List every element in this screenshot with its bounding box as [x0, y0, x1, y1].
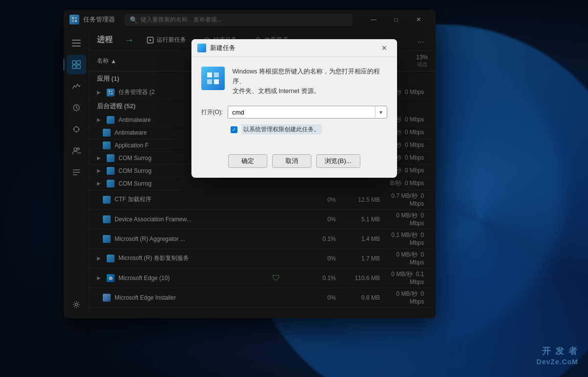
svg-rect-32 — [207, 72, 212, 77]
admin-checkbox-label: 以系统管理权限创建此任务。 — [241, 124, 322, 135]
new-task-dialog: 新建任务 ✕ Windows 将根据您所键入的名称，为您打开相应的程序、文件夹、… — [191, 39, 397, 178]
dialog-field: 打开(O): ▼ — [201, 106, 387, 118]
dialog-large-icon — [201, 67, 225, 90]
checkbox-row: ✓ 以系统管理权限创建此任务。 — [231, 124, 387, 135]
svg-rect-33 — [214, 72, 219, 77]
dialog-buttons: 确定 取消 浏览(B)... — [191, 154, 397, 178]
confirm-button[interactable]: 确定 — [228, 154, 267, 168]
svg-rect-35 — [214, 79, 219, 84]
dialog-title: 新建任务 — [210, 44, 377, 52]
field-label: 打开(O): — [201, 108, 223, 117]
dialog-overlay: 新建任务 ✕ Windows 将根据您所键入的名称，为您打开相应的程序、文件夹、… — [0, 0, 588, 377]
dialog-close-button[interactable]: ✕ — [377, 41, 391, 55]
dialog-description: Windows 将根据您所键入的名称，为您打开相应的程序、文件夹、文档或 Int… — [233, 67, 387, 96]
admin-checkbox[interactable]: ✓ — [231, 126, 237, 133]
dialog-titlebar: 新建任务 ✕ — [191, 39, 397, 57]
dialog-content: Windows 将根据您所键入的名称，为您打开相应的程序、文件夹、文档或 Int… — [191, 57, 397, 154]
open-input[interactable] — [228, 107, 375, 118]
cancel-button[interactable]: 取消 — [272, 154, 311, 168]
field-input-container: ▼ — [228, 106, 387, 118]
dialog-top: Windows 将根据您所键入的名称，为您打开相应的程序、文件夹、文档或 Int… — [201, 67, 387, 96]
dropdown-button[interactable]: ▼ — [375, 106, 387, 118]
dialog-icon — [197, 44, 206, 52]
browse-button[interactable]: 浏览(B)... — [316, 154, 360, 168]
svg-rect-34 — [207, 79, 212, 84]
